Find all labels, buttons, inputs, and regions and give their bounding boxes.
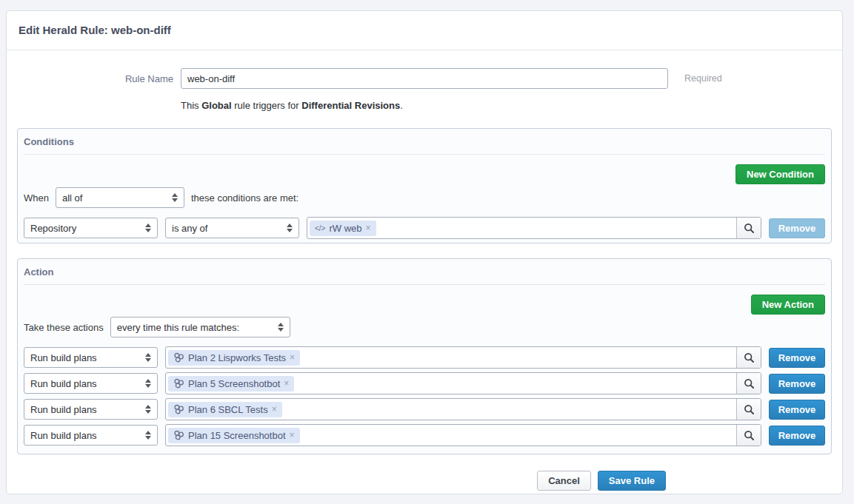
token-label: Plan 2 Lispworks Tests — [188, 352, 286, 363]
search-icon — [744, 352, 755, 363]
build-plan-icon — [173, 430, 184, 440]
caption-global: Global — [201, 100, 231, 111]
token-remove-icon[interactable]: × — [290, 430, 295, 440]
build-plan-token[interactable]: Plan 6 SBCL Tests × — [168, 402, 282, 417]
browse-button[interactable] — [736, 347, 761, 368]
conditions-header: Conditions — [24, 129, 825, 155]
search-icon — [744, 404, 755, 415]
save-rule-button[interactable]: Save Rule — [598, 471, 666, 491]
take-actions-label: Take these actions — [24, 322, 104, 333]
action-row: Run build plans Plan 15 Screenshotbot × — [24, 424, 825, 446]
browse-button[interactable] — [736, 399, 761, 420]
select-caret-icon — [172, 190, 178, 205]
new-condition-row: New Condition — [24, 164, 825, 184]
action-rows: Run build plans Plan 2 Lispworks Tests × — [24, 346, 825, 446]
caption-text: . — [400, 100, 403, 111]
action-type-value: Run build plans — [30, 352, 97, 363]
select-caret-icon — [145, 402, 151, 417]
new-action-button[interactable]: New Action — [751, 295, 825, 315]
select-caret-icon — [145, 428, 151, 443]
form-footer: Cancel Save Rule — [7, 471, 842, 491]
browse-button[interactable] — [736, 373, 761, 394]
build-plan-icon — [173, 378, 184, 389]
when-row: When all of these conditions are met: — [24, 187, 825, 208]
required-hint: Required — [684, 73, 722, 84]
remove-action-button[interactable]: Remove — [769, 374, 825, 394]
take-actions-value: every time this rule matches: — [117, 322, 239, 333]
action-type-select[interactable]: Run build plans — [24, 347, 158, 368]
build-plan-icon — [173, 352, 184, 363]
token-list: Plan 15 Screenshotbot × — [166, 425, 736, 446]
select-caret-icon — [145, 350, 151, 365]
action-type-select[interactable]: Run build plans — [24, 399, 158, 420]
remove-action-button[interactable]: Remove — [769, 348, 825, 368]
action-type-select[interactable]: Run build plans — [24, 425, 158, 446]
action-type-select[interactable]: Run build plans — [24, 373, 158, 394]
caption-differential-revisions: Differential Revisions — [301, 100, 400, 111]
select-caret-icon — [145, 221, 151, 235]
token-label: Plan 15 Screenshotbot — [188, 430, 286, 441]
action-token-input[interactable]: Plan 5 Screenshotbot × — [165, 372, 761, 394]
when-select[interactable]: all of — [56, 187, 184, 208]
action-row: Run build plans Plan 5 Screenshotbot × — [24, 372, 825, 394]
search-icon — [744, 223, 755, 234]
page-title: Edit Herald Rule: web-on-diff — [7, 11, 842, 50]
caption-text: This — [181, 100, 201, 111]
new-action-row: New Action — [24, 295, 825, 315]
token-remove-icon[interactable]: × — [366, 223, 371, 233]
conditions-panel: Conditions New Condition When all of the… — [17, 128, 832, 243]
browse-button[interactable] — [736, 425, 761, 446]
condition-token-input[interactable]: </> rW web × — [307, 217, 761, 239]
token-list: </> rW web × — [307, 218, 736, 238]
token-label: Plan 5 Screenshotbot — [188, 378, 280, 389]
action-token-input[interactable]: Plan 6 SBCL Tests × — [165, 398, 761, 420]
select-caret-icon — [287, 221, 293, 235]
when-suffix-label: these conditions are met: — [191, 192, 298, 204]
browse-button[interactable] — [736, 218, 761, 238]
when-label: When — [24, 192, 49, 204]
new-condition-button[interactable]: New Condition — [735, 164, 825, 184]
condition-field-select[interactable]: Repository — [24, 218, 158, 238]
action-type-value: Run build plans — [30, 404, 97, 415]
edit-herald-rule-card: Edit Herald Rule: web-on-diff Rule Name … — [6, 10, 843, 494]
build-plan-token[interactable]: Plan 2 Lispworks Tests × — [168, 350, 300, 366]
rule-name-label: Rule Name — [7, 73, 181, 84]
condition-field-value: Repository — [30, 223, 76, 234]
token-rw-web[interactable]: </> rW web × — [310, 221, 376, 236]
remove-action-button[interactable]: Remove — [769, 400, 825, 420]
cancel-button[interactable]: Cancel — [537, 471, 591, 491]
rule-trigger-caption: This Global rule triggers for Differenti… — [181, 100, 842, 111]
token-remove-icon[interactable]: × — [284, 378, 289, 389]
build-plan-token[interactable]: Plan 15 Screenshotbot × — [168, 428, 300, 443]
remove-condition-button[interactable]: Remove — [769, 218, 825, 238]
build-plan-icon — [173, 404, 184, 414]
action-row: Run build plans Plan 2 Lispworks Tests × — [24, 346, 825, 369]
action-token-input[interactable]: Plan 15 Screenshotbot × — [165, 424, 761, 446]
action-type-value: Run build plans — [30, 430, 97, 441]
action-type-value: Run build plans — [30, 378, 97, 389]
caption-text: rule triggers for — [232, 100, 302, 111]
search-icon — [744, 430, 755, 441]
condition-operator-select[interactable]: is any of — [165, 218, 299, 238]
token-remove-icon[interactable]: × — [290, 352, 295, 363]
token-label: rW web — [329, 223, 361, 234]
token-list: Plan 5 Screenshotbot × — [166, 373, 736, 394]
token-list: Plan 6 SBCL Tests × — [166, 399, 736, 420]
take-actions-row: Take these actions every time this rule … — [24, 317, 825, 337]
take-actions-select[interactable]: every time this rule matches: — [110, 317, 290, 337]
action-token-input[interactable]: Plan 2 Lispworks Tests × — [165, 346, 761, 369]
token-remove-icon[interactable]: × — [272, 404, 277, 414]
build-plan-token[interactable]: Plan 5 Screenshotbot × — [168, 376, 294, 392]
code-icon: </> — [315, 224, 325, 232]
when-select-value: all of — [62, 192, 82, 204]
action-row: Run build plans Plan 6 SBCL Tests × — [24, 398, 825, 420]
rule-name-input[interactable] — [181, 68, 668, 89]
action-header: Action — [24, 259, 825, 285]
select-caret-icon — [145, 376, 151, 391]
action-panel: Action New Action Take these actions eve… — [17, 258, 832, 454]
search-icon — [744, 378, 755, 389]
condition-operator-value: is any of — [172, 223, 207, 234]
remove-action-button[interactable]: Remove — [769, 426, 825, 446]
condition-row: Repository is any of </> rW web × — [24, 217, 825, 239]
token-list: Plan 2 Lispworks Tests × — [166, 347, 736, 368]
